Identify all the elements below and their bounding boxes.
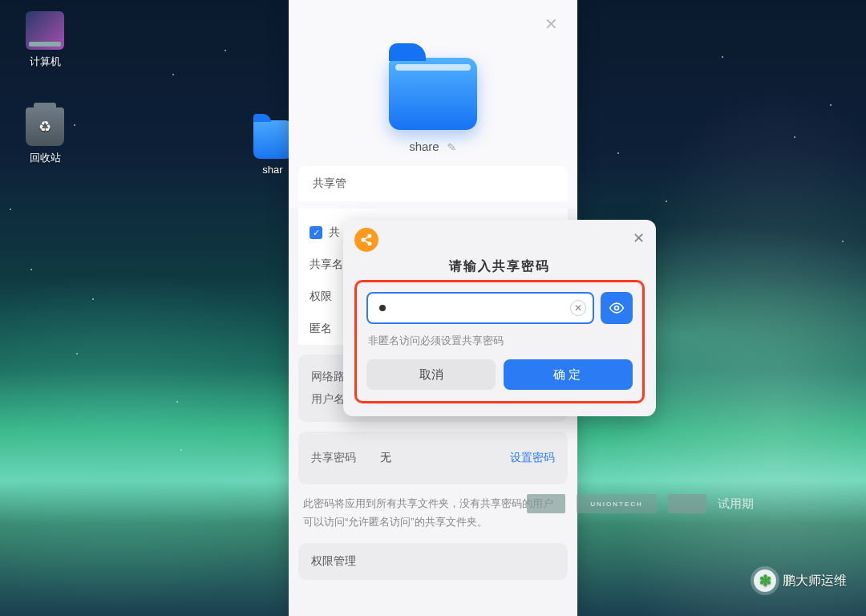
share-password-card: 共享密码 无 设置密码: [298, 432, 568, 484]
tab-share-management[interactable]: 共享管: [313, 176, 346, 191]
password-masked-char: [379, 305, 386, 311]
cancel-button[interactable]: 取消: [366, 359, 496, 390]
permission-mgmt-label: 权限管理: [311, 554, 356, 567]
wechat-icon: ❇: [754, 569, 776, 592]
trash-icon: ♻: [26, 107, 64, 146]
system-trial-watermark: UNIONTECH 试用期: [527, 494, 754, 513]
dialog-title: 请输入共享密码: [354, 258, 645, 275]
brand-text: UNIONTECH: [577, 494, 657, 513]
watermark-text: 鹏大师运维: [783, 573, 847, 590]
folder-name-text: share: [409, 140, 439, 153]
close-icon[interactable]: ✕: [544, 14, 558, 34]
svg-point-5: [615, 306, 619, 310]
share-pw-label: 共享密码: [311, 451, 380, 465]
author-watermark: ❇ 鹏大师运维: [754, 569, 847, 592]
dialog-hint: 非匿名访问必须设置共享密码: [368, 334, 631, 348]
confirm-button[interactable]: 确定: [504, 359, 633, 390]
share-pw-helper: 此密码将应用到所有共享文件夹，没有共享密码的用户可以访问“允许匿名访问”的共享文…: [303, 494, 563, 532]
share-icon: [354, 228, 378, 252]
dialog-body-highlight: ✕ 非匿名访问必须设置共享密码 取消 确定: [354, 280, 645, 403]
folder-icon: [253, 120, 292, 159]
share-password-dialog: ✕ 请输入共享密码 ✕ 非匿名访问必须设置共享密码 取消 确定: [343, 220, 656, 416]
edit-name-icon[interactable]: ✎: [447, 140, 457, 154]
share-password-input[interactable]: ✕: [366, 292, 594, 324]
svg-line-3: [364, 237, 368, 239]
toggle-password-visibility-button[interactable]: [601, 292, 633, 324]
desktop-icon-trash[interactable]: ♻ 回收站: [13, 107, 77, 165]
permission-management-card[interactable]: 权限管理: [298, 543, 568, 580]
dialog-close-icon[interactable]: ✕: [633, 229, 645, 247]
desktop-icon-label: 回收站: [13, 151, 77, 165]
folder-large-icon: [389, 58, 477, 130]
desktop-icon-label: 计算机: [13, 55, 77, 69]
panel-header: ✕ share ✎ 共享管: [289, 0, 577, 209]
svg-line-4: [364, 241, 368, 243]
share-pw-value: 无: [380, 451, 510, 465]
share-checkbox[interactable]: ✓: [310, 226, 322, 239]
computer-icon: [26, 11, 64, 50]
trial-text: 试用期: [718, 496, 754, 512]
set-password-link[interactable]: 设置密码: [510, 451, 555, 465]
clear-input-icon[interactable]: ✕: [570, 300, 586, 316]
desktop-icon-computer[interactable]: 计算机: [13, 11, 77, 69]
